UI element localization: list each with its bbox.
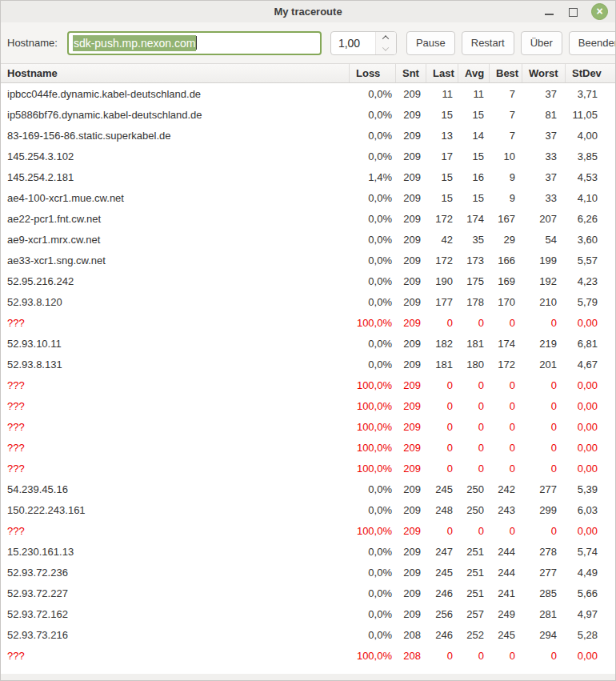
table-row[interactable]: ???100,0%20900000,00	[1, 437, 615, 458]
cell-best: 169	[489, 270, 522, 291]
cell-last: 0	[426, 458, 458, 479]
cell-loss: 0,0%	[349, 603, 395, 624]
spinner-up-button[interactable]	[376, 32, 396, 43]
text-cursor	[196, 36, 197, 50]
table-row[interactable]: ???100,0%20900000,00	[1, 395, 615, 416]
column-header-best[interactable]: Best	[489, 64, 522, 82]
table-row[interactable]: 145.254.2.1811,4%20915169374,53	[1, 166, 615, 187]
table-row[interactable]: 83-169-156-86.static.superkabel.de0,0%20…	[1, 125, 615, 146]
interval-spinner[interactable]: 1,00	[330, 31, 397, 55]
hostname-input[interactable]: sdk-push.mp.nexon.com	[67, 31, 322, 55]
table-row[interactable]: 52.93.72.2270,0%2092462512412855,66	[1, 583, 615, 603]
cell-snt: 209	[395, 270, 426, 291]
cell-last: 190	[426, 270, 458, 291]
column-header-worst[interactable]: Worst	[522, 64, 565, 82]
cell-avg: 0	[458, 437, 489, 458]
spinner-down-button[interactable]	[376, 43, 396, 54]
table-row[interactable]: ae9-xcr1.mrx.cw.net0,0%209423529543,60	[1, 229, 615, 250]
cell-best: 0	[489, 645, 522, 666]
table-row[interactable]: 52.93.72.1620,0%2092562572492814,97	[1, 603, 615, 624]
column-header-avg[interactable]: Avg	[458, 64, 489, 82]
table-row[interactable]: ae4-100-xcr1.mue.cw.net0,0%20915159334,1…	[1, 187, 615, 208]
cell-worst: 199	[522, 250, 565, 270]
titlebar[interactable]: My traceroute ×	[1, 1, 615, 22]
column-header-snt[interactable]: Snt	[395, 64, 426, 82]
mtr-window: My traceroute × Hostname: sdk-push.mp.ne…	[0, 0, 616, 681]
cell-snt: 209	[395, 479, 426, 499]
cell-avg: 251	[458, 583, 489, 603]
cell-host: ae4-100-xcr1.mue.cw.net	[1, 187, 349, 208]
cell-stdev: 0,00	[565, 458, 615, 479]
table-row[interactable]: ???100,0%20900000,00	[1, 520, 615, 541]
cell-stdev: 4,00	[565, 125, 615, 146]
cell-best: 170	[489, 291, 522, 312]
maximize-button[interactable]	[567, 6, 578, 18]
cell-stdev: 4,97	[565, 603, 615, 624]
minimize-button[interactable]	[543, 6, 554, 18]
cell-worst: 54	[522, 229, 565, 250]
table-row[interactable]: 52.93.10.110,0%2091821811742196,81	[1, 333, 615, 354]
cell-last: 245	[426, 479, 458, 499]
table-row[interactable]: ???100,0%20800000,00	[1, 645, 615, 666]
quit-button[interactable]: Beenden	[569, 31, 616, 55]
table-row[interactable]: 52.95.216.2420,0%2091901751691924,23	[1, 270, 615, 291]
about-button[interactable]: Über	[521, 31, 562, 55]
cell-last: 256	[426, 603, 458, 624]
table-row[interactable]: ???100,0%20900000,00	[1, 312, 615, 333]
cell-snt: 209	[395, 125, 426, 146]
table-row[interactable]: ip5886bf76.dynamic.kabel-deutschland.de0…	[1, 104, 615, 125]
cell-host: 52.95.216.242	[1, 270, 349, 291]
cell-snt: 209	[395, 146, 426, 166]
cell-host: 54.239.45.16	[1, 479, 349, 499]
cell-stdev: 0,00	[565, 645, 615, 666]
table-row[interactable]: ???100,0%20900000,00	[1, 416, 615, 437]
cell-best: 7	[489, 83, 522, 104]
cell-best: 29	[489, 229, 522, 250]
cell-last: 15	[426, 104, 458, 125]
cell-stdev: 0,00	[565, 375, 615, 395]
pause-button[interactable]: Pause	[406, 31, 455, 55]
column-header-loss[interactable]: Loss	[349, 64, 395, 82]
cell-loss: 100,0%	[349, 437, 395, 458]
column-header-last[interactable]: Last	[426, 64, 458, 82]
table-row[interactable]: ipbcc044fe.dynamic.kabel-deutschland.de0…	[1, 83, 615, 104]
chevron-up-icon	[382, 35, 389, 42]
cell-host: 52.93.72.162	[1, 603, 349, 624]
cell-last: 0	[426, 520, 458, 541]
cell-stdev: 3,60	[565, 229, 615, 250]
cell-loss: 100,0%	[349, 375, 395, 395]
table-row[interactable]: ae22-pcr1.fnt.cw.net0,0%2091721741672076…	[1, 208, 615, 229]
cell-avg: 0	[458, 416, 489, 437]
table-row[interactable]: 52.93.73.2160,0%2082462522452945,28	[1, 624, 615, 645]
cell-host: ae33-xcr1.sng.cw.net	[1, 250, 349, 270]
table-row[interactable]: 52.93.72.2360,0%2092452512442774,49	[1, 562, 615, 583]
cell-last: 13	[426, 125, 458, 146]
close-button[interactable]: ×	[591, 3, 608, 20]
cell-last: 172	[426, 250, 458, 270]
table-row[interactable]: 54.239.45.160,0%2092452502422775,39	[1, 479, 615, 499]
interval-value: 1,00	[331, 32, 375, 54]
column-header-hostname[interactable]: Hostname	[1, 64, 349, 82]
table-row[interactable]: 150.222.243.1610,0%2092482502432996,03	[1, 499, 615, 520]
cell-snt: 209	[395, 499, 426, 520]
table-row[interactable]: 52.93.8.1310,0%2091811801722014,67	[1, 354, 615, 375]
column-header-stdev[interactable]: StDev	[565, 64, 615, 82]
cell-avg: 15	[458, 146, 489, 166]
table-row[interactable]: ???100,0%20900000,00	[1, 458, 615, 479]
cell-avg: 35	[458, 229, 489, 250]
table-row[interactable]: 15.230.161.130,0%2092472512442785,74	[1, 541, 615, 562]
cell-worst: 207	[522, 208, 565, 229]
cell-avg: 16	[458, 166, 489, 187]
table-row[interactable]: ae33-xcr1.sng.cw.net0,0%2091721731661995…	[1, 250, 615, 270]
cell-last: 15	[426, 166, 458, 187]
table-row[interactable]: 145.254.3.1020,0%209171510333,85	[1, 146, 615, 166]
restart-button[interactable]: Restart	[462, 31, 514, 55]
cell-last: 247	[426, 541, 458, 562]
maximize-icon	[569, 8, 578, 17]
cell-host: 15.230.161.13	[1, 541, 349, 562]
cell-best: 7	[489, 125, 522, 146]
cell-best: 166	[489, 250, 522, 270]
cell-host: 52.93.8.120	[1, 291, 349, 312]
table-row[interactable]: ???100,0%20900000,00	[1, 375, 615, 395]
table-row[interactable]: 52.93.8.1200,0%2091771781702105,79	[1, 291, 615, 312]
